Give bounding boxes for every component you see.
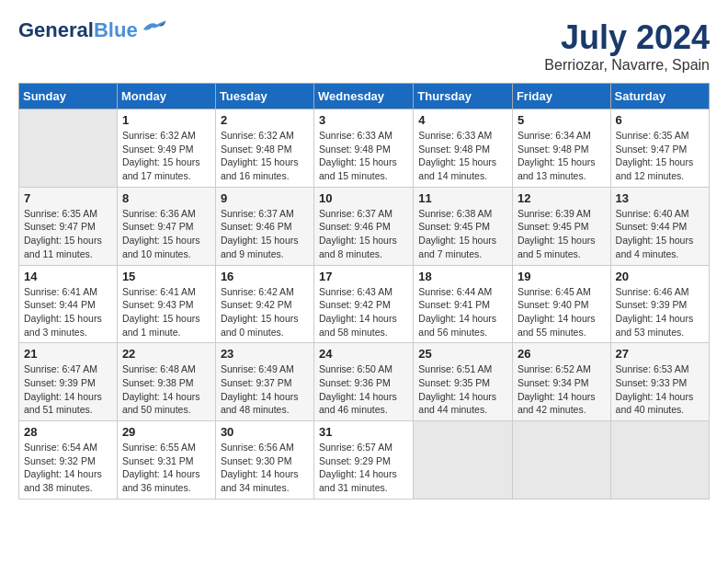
calendar-cell: 30Sunrise: 6:56 AM Sunset: 9:30 PM Dayli… bbox=[215, 421, 313, 500]
day-info: Sunrise: 6:45 AM Sunset: 9:40 PM Dayligh… bbox=[518, 285, 606, 339]
calendar-cell: 27Sunrise: 6:53 AM Sunset: 9:33 PM Dayli… bbox=[610, 343, 709, 421]
day-number: 11 bbox=[418, 191, 507, 205]
day-number: 16 bbox=[221, 270, 309, 283]
day-info: Sunrise: 6:33 AM Sunset: 9:48 PM Dayligh… bbox=[319, 129, 408, 183]
day-number: 21 bbox=[24, 347, 112, 361]
day-number: 13 bbox=[616, 191, 704, 205]
calendar-week-5: 28Sunrise: 6:54 AM Sunset: 9:32 PM Dayli… bbox=[19, 421, 710, 500]
header-cell-tuesday: Tuesday bbox=[215, 84, 313, 109]
header-row: SundayMondayTuesdayWednesdayThursdayFrid… bbox=[19, 84, 710, 109]
day-number: 25 bbox=[418, 347, 507, 361]
calendar-body: 1Sunrise: 6:32 AM Sunset: 9:49 PM Daylig… bbox=[19, 109, 710, 500]
calendar-cell: 29Sunrise: 6:55 AM Sunset: 9:31 PM Dayli… bbox=[117, 421, 215, 500]
title-block: July 2024 Berriozar, Navarre, Spain bbox=[544, 18, 710, 74]
calendar-table: SundayMondayTuesdayWednesdayThursdayFrid… bbox=[18, 83, 710, 500]
day-info: Sunrise: 6:41 AM Sunset: 9:43 PM Dayligh… bbox=[122, 285, 210, 339]
day-info: Sunrise: 6:37 AM Sunset: 9:46 PM Dayligh… bbox=[319, 207, 408, 261]
header-cell-wednesday: Wednesday bbox=[314, 84, 414, 109]
day-info: Sunrise: 6:46 AM Sunset: 9:39 PM Dayligh… bbox=[616, 285, 704, 339]
day-info: Sunrise: 6:37 AM Sunset: 9:46 PM Dayligh… bbox=[221, 207, 309, 261]
day-info: Sunrise: 6:55 AM Sunset: 9:31 PM Dayligh… bbox=[122, 441, 210, 495]
day-number: 3 bbox=[319, 113, 408, 127]
calendar-cell: 6Sunrise: 6:35 AM Sunset: 9:47 PM Daylig… bbox=[610, 109, 709, 188]
calendar-cell: 31Sunrise: 6:57 AM Sunset: 9:29 PM Dayli… bbox=[314, 421, 414, 500]
day-number: 10 bbox=[319, 191, 408, 205]
calendar-cell: 9Sunrise: 6:37 AM Sunset: 9:46 PM Daylig… bbox=[215, 187, 313, 265]
calendar-cell: 19Sunrise: 6:45 AM Sunset: 9:40 PM Dayli… bbox=[512, 265, 610, 343]
calendar-cell: 12Sunrise: 6:39 AM Sunset: 9:45 PM Dayli… bbox=[512, 187, 610, 265]
calendar-cell: 8Sunrise: 6:36 AM Sunset: 9:47 PM Daylig… bbox=[117, 187, 215, 265]
day-info: Sunrise: 6:33 AM Sunset: 9:48 PM Dayligh… bbox=[418, 129, 507, 183]
calendar-week-1: 1Sunrise: 6:32 AM Sunset: 9:49 PM Daylig… bbox=[19, 109, 710, 188]
day-info: Sunrise: 6:51 AM Sunset: 9:35 PM Dayligh… bbox=[418, 362, 507, 417]
calendar-cell: 2Sunrise: 6:32 AM Sunset: 9:48 PM Daylig… bbox=[215, 109, 313, 188]
day-number: 6 bbox=[616, 113, 704, 127]
calendar-cell: 5Sunrise: 6:34 AM Sunset: 9:48 PM Daylig… bbox=[512, 109, 610, 188]
calendar-cell: 14Sunrise: 6:41 AM Sunset: 9:44 PM Dayli… bbox=[19, 265, 118, 343]
calendar-cell: 17Sunrise: 6:43 AM Sunset: 9:42 PM Dayli… bbox=[314, 265, 414, 343]
day-info: Sunrise: 6:52 AM Sunset: 9:34 PM Dayligh… bbox=[518, 362, 606, 417]
logo-bird-icon bbox=[140, 18, 167, 35]
day-number: 4 bbox=[418, 113, 507, 127]
day-info: Sunrise: 6:36 AM Sunset: 9:47 PM Dayligh… bbox=[122, 207, 210, 261]
day-info: Sunrise: 6:38 AM Sunset: 9:45 PM Dayligh… bbox=[418, 207, 507, 261]
day-number: 2 bbox=[221, 113, 309, 127]
calendar-cell: 23Sunrise: 6:49 AM Sunset: 9:37 PM Dayli… bbox=[215, 343, 313, 421]
calendar-cell bbox=[610, 421, 709, 500]
calendar-cell: 28Sunrise: 6:54 AM Sunset: 9:32 PM Dayli… bbox=[19, 421, 118, 500]
page-subtitle: Berriozar, Navarre, Spain bbox=[544, 57, 710, 74]
day-info: Sunrise: 6:49 AM Sunset: 9:37 PM Dayligh… bbox=[221, 362, 309, 417]
day-number: 8 bbox=[122, 191, 210, 205]
header-cell-friday: Friday bbox=[512, 84, 610, 109]
day-number: 1 bbox=[122, 113, 210, 127]
calendar-cell bbox=[512, 421, 610, 500]
calendar-cell: 1Sunrise: 6:32 AM Sunset: 9:49 PM Daylig… bbox=[117, 109, 215, 188]
day-info: Sunrise: 6:44 AM Sunset: 9:41 PM Dayligh… bbox=[418, 285, 507, 339]
day-info: Sunrise: 6:34 AM Sunset: 9:48 PM Dayligh… bbox=[518, 129, 606, 183]
page-header: GeneralBlue July 2024 Berriozar, Navarre… bbox=[18, 18, 710, 74]
day-number: 31 bbox=[319, 425, 408, 439]
day-info: Sunrise: 6:41 AM Sunset: 9:44 PM Dayligh… bbox=[24, 285, 112, 339]
calendar-cell: 22Sunrise: 6:48 AM Sunset: 9:38 PM Dayli… bbox=[117, 343, 215, 421]
calendar-cell: 4Sunrise: 6:33 AM Sunset: 9:48 PM Daylig… bbox=[414, 109, 513, 188]
day-number: 12 bbox=[518, 191, 606, 205]
day-info: Sunrise: 6:53 AM Sunset: 9:33 PM Dayligh… bbox=[616, 362, 704, 417]
calendar-cell: 3Sunrise: 6:33 AM Sunset: 9:48 PM Daylig… bbox=[314, 109, 414, 188]
day-info: Sunrise: 6:54 AM Sunset: 9:32 PM Dayligh… bbox=[24, 441, 112, 495]
calendar-cell: 26Sunrise: 6:52 AM Sunset: 9:34 PM Dayli… bbox=[512, 343, 610, 421]
day-number: 24 bbox=[319, 347, 408, 361]
day-number: 15 bbox=[122, 270, 210, 283]
day-number: 27 bbox=[616, 347, 704, 361]
header-cell-sunday: Sunday bbox=[19, 84, 118, 109]
day-info: Sunrise: 6:50 AM Sunset: 9:36 PM Dayligh… bbox=[319, 362, 408, 417]
calendar-cell: 21Sunrise: 6:47 AM Sunset: 9:39 PM Dayli… bbox=[19, 343, 118, 421]
day-info: Sunrise: 6:57 AM Sunset: 9:29 PM Dayligh… bbox=[319, 441, 408, 495]
day-info: Sunrise: 6:35 AM Sunset: 9:47 PM Dayligh… bbox=[616, 129, 704, 183]
header-cell-thursday: Thursday bbox=[414, 84, 513, 109]
day-number: 30 bbox=[221, 425, 309, 439]
day-number: 28 bbox=[24, 425, 112, 439]
day-number: 20 bbox=[616, 270, 704, 283]
calendar-cell: 25Sunrise: 6:51 AM Sunset: 9:35 PM Dayli… bbox=[414, 343, 513, 421]
calendar-cell bbox=[19, 109, 118, 188]
calendar-cell: 7Sunrise: 6:35 AM Sunset: 9:47 PM Daylig… bbox=[19, 187, 118, 265]
day-info: Sunrise: 6:32 AM Sunset: 9:48 PM Dayligh… bbox=[221, 129, 309, 183]
page-title: July 2024 bbox=[544, 18, 710, 57]
day-number: 19 bbox=[518, 270, 606, 283]
calendar-cell: 16Sunrise: 6:42 AM Sunset: 9:42 PM Dayli… bbox=[215, 265, 313, 343]
calendar-cell: 10Sunrise: 6:37 AM Sunset: 9:46 PM Dayli… bbox=[314, 187, 414, 265]
calendar-week-3: 14Sunrise: 6:41 AM Sunset: 9:44 PM Dayli… bbox=[19, 265, 710, 343]
calendar-week-2: 7Sunrise: 6:35 AM Sunset: 9:47 PM Daylig… bbox=[19, 187, 710, 265]
day-info: Sunrise: 6:35 AM Sunset: 9:47 PM Dayligh… bbox=[24, 207, 112, 261]
day-number: 5 bbox=[518, 113, 606, 127]
calendar-cell: 20Sunrise: 6:46 AM Sunset: 9:39 PM Dayli… bbox=[610, 265, 709, 343]
day-number: 23 bbox=[221, 347, 309, 361]
day-number: 29 bbox=[122, 425, 210, 439]
day-info: Sunrise: 6:39 AM Sunset: 9:45 PM Dayligh… bbox=[518, 207, 606, 261]
day-number: 17 bbox=[319, 270, 408, 283]
header-cell-saturday: Saturday bbox=[610, 84, 709, 109]
calendar-cell: 11Sunrise: 6:38 AM Sunset: 9:45 PM Dayli… bbox=[414, 187, 513, 265]
day-info: Sunrise: 6:47 AM Sunset: 9:39 PM Dayligh… bbox=[24, 362, 112, 417]
calendar-cell bbox=[414, 421, 513, 500]
day-info: Sunrise: 6:56 AM Sunset: 9:30 PM Dayligh… bbox=[221, 441, 309, 495]
